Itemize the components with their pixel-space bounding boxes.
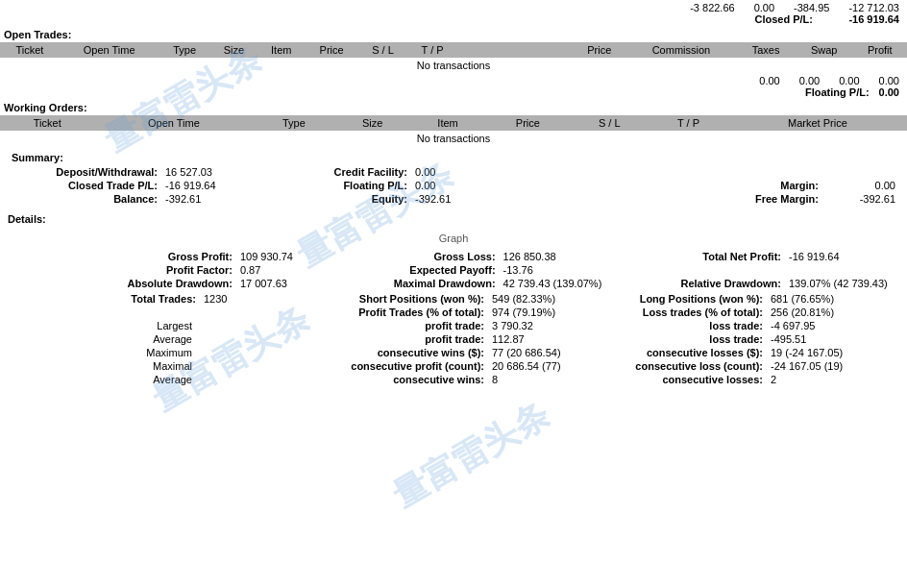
summary-title: Summary:: [8, 150, 899, 165]
float-v2: 0.00: [799, 75, 820, 86]
wo-col-sl: S / L: [570, 115, 649, 131]
open-trades-no-tx: No transactions: [0, 58, 907, 73]
summary-table: Deposit/Withdrawal: 16 527.03 Credit Fac…: [8, 165, 899, 206]
details-row-3: Absolute Drawdown: 17 007.63 Maximal Dra…: [8, 277, 899, 290]
largest-loss-val: -4 697.95: [767, 319, 899, 332]
max-cons-wins-lbl: consecutive wins ($):: [296, 346, 488, 359]
d2-lbl3: [625, 263, 785, 277]
wo-col-size: Size: [334, 115, 409, 131]
summary-row-3: Balance: -392.61 Equity: -392.61 Free Ma…: [8, 192, 899, 206]
avg-loss-val: -495.51: [767, 332, 899, 346]
floating-pl-value: 0.00: [879, 86, 899, 98]
s3-lbl3: Free Margin:: [726, 192, 822, 206]
profit-trades-val: 974 (79.19%): [488, 306, 594, 319]
s1-val2: 0.00: [411, 165, 488, 179]
watermark-4: 量富雷头条: [384, 392, 557, 519]
avg-cons-losses-lbl: consecutive losses:: [594, 373, 767, 386]
profit-trades-row: Profit Trades (% of total): 974 (79.19%)…: [8, 306, 899, 319]
s2-lbl1: Closed Trade P/L:: [8, 179, 161, 192]
details-section: Details: Graph Gross Profit: 109 930.74 …: [0, 209, 907, 390]
largest-loss-lbl: loss trade:: [594, 319, 767, 332]
avg-cons-losses-val: 2: [767, 373, 899, 386]
details-row-2: Profit Factor: 0.87 Expected Payoff: -13…: [8, 263, 899, 277]
short-pos-lbl: Short Positions (won %):: [296, 292, 488, 306]
trades-stats-table: Total Trades: 1230 Short Positions (won …: [8, 292, 899, 386]
wo-col-open-time: Open Time: [95, 115, 254, 131]
avg-cons-wins-lbl: consecutive wins:: [296, 373, 488, 386]
wo-col-tp: T / P: [649, 115, 728, 131]
avg-loss-lbl: loss trade:: [594, 332, 767, 346]
d3-val3: 139.07% (42 739.43): [785, 277, 899, 290]
largest-row: Largest profit trade: 3 790.32 loss trad…: [8, 319, 899, 332]
d3-lbl2: Maximal Drawdown:: [351, 277, 500, 290]
summary-row-1: Deposit/Withdrawal: 16 527.03 Credit Fac…: [8, 165, 899, 179]
col-empty: [457, 42, 573, 58]
short-pos-val: 549 (82.33%): [488, 292, 594, 306]
col-item: Item: [257, 42, 305, 58]
top-v1: -3 822.66: [690, 2, 734, 13]
float-v3: 0.00: [839, 75, 859, 86]
s2-val3: 0.00: [822, 179, 899, 192]
d3-val1: 17 007.63: [236, 277, 351, 290]
s3-lbl2: Equity:: [286, 192, 411, 206]
profit-trades-lbl: Profit Trades (% of total):: [296, 306, 488, 319]
long-pos-val: 681 (76.65%): [767, 292, 899, 306]
d1-lbl3: Total Net Profit:: [625, 250, 785, 263]
s3-val1: -392.61: [161, 192, 248, 206]
working-orders-no-tx: No transactions: [0, 131, 907, 146]
wo-col-market-price: Market Price: [728, 115, 907, 131]
avg-profit-lbl: profit trade:: [296, 332, 488, 346]
d2-val2: -13.76: [500, 263, 625, 277]
floating-summary: 0.00 0.00 0.00 0.00 Floating P/L: 0.00: [0, 73, 907, 100]
avg-profit-val: 112.87: [488, 332, 594, 346]
open-trades-title: Open Trades:: [0, 27, 907, 42]
loss-trades-val: 256 (20.81%): [767, 306, 899, 319]
avg-cons-wins-val: 8: [488, 373, 594, 386]
total-trades-label: Total Trades:: [8, 292, 200, 306]
s1-lbl3: [726, 165, 822, 179]
working-orders-title: Working Orders:: [0, 100, 907, 115]
maximum-row-label: Maximum: [8, 346, 200, 359]
col-tp: T / P: [407, 42, 457, 58]
s3-lbl1: Balance:: [8, 192, 161, 206]
d1-val2: 126 850.38: [500, 250, 625, 263]
d1-lbl2: Gross Loss:: [351, 250, 500, 263]
closed-pl-value: -16 919.64: [822, 13, 899, 25]
col-type: Type: [159, 42, 209, 58]
d2-lbl1: Profit Factor:: [8, 263, 236, 277]
col-size: Size: [210, 42, 257, 58]
loss-trades-lbl: Loss trades (% of total):: [594, 306, 767, 319]
summary-row-2: Closed Trade P/L: -16 919.64 Floating P/…: [8, 179, 899, 192]
working-orders-section: Working Orders: Ticket Open Time Type Si…: [0, 100, 907, 146]
wo-col-type: Type: [253, 115, 334, 131]
col-commission: Commission: [626, 42, 737, 58]
graph-placeholder: Graph: [8, 227, 899, 250]
maximal-row-label: Maximal: [8, 359, 200, 373]
total-trades-row: Total Trades: 1230 Short Positions (won …: [8, 292, 899, 306]
largest-profit-lbl: profit trade:: [296, 319, 488, 332]
closed-pl-label: Closed P/L:: [754, 13, 813, 25]
col-swap: Swap: [796, 42, 853, 58]
col-price: Price: [305, 42, 357, 58]
d1-val3: -16 919.64: [785, 250, 899, 263]
d1-val1: 109 930.74: [236, 250, 351, 263]
d1-lbl1: Gross Profit:: [8, 250, 236, 263]
top-v2: 0.00: [754, 2, 774, 13]
total-trades-value: 1230: [200, 292, 296, 306]
working-orders-table: Ticket Open Time Type Size Item Price S …: [0, 115, 907, 146]
wo-col-item: Item: [410, 115, 485, 131]
float-v1: 0.00: [759, 75, 779, 86]
maximal-cons-profit-lbl: consecutive profit (count):: [296, 359, 488, 373]
col-price2: Price: [573, 42, 625, 58]
wo-col-price: Price: [485, 115, 570, 131]
d2-val3: [785, 263, 899, 277]
maximal-cons-loss-lbl: consecutive loss (count):: [594, 359, 767, 373]
col-profit: Profit: [852, 42, 907, 58]
details-financials-table: Gross Profit: 109 930.74 Gross Loss: 126…: [8, 250, 899, 290]
max-cons-wins-val: 77 (20 686.54): [488, 346, 594, 359]
long-pos-lbl: Long Positions (won %):: [594, 292, 767, 306]
max-cons-losses-lbl: consecutive losses ($):: [594, 346, 767, 359]
s2-lbl2: Floating P/L:: [286, 179, 411, 192]
col-sl: S / L: [358, 42, 407, 58]
s3-val3: -392.61: [822, 192, 899, 206]
